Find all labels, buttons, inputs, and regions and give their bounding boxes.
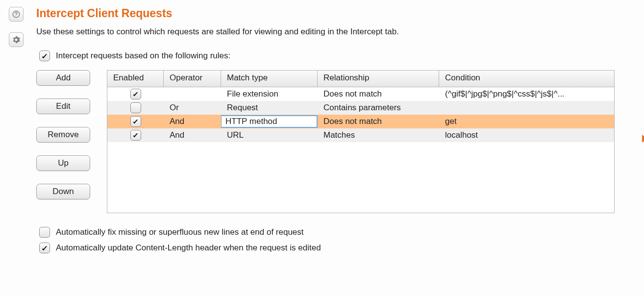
edit-button[interactable]: Edit bbox=[36, 98, 90, 114]
cell-enabled bbox=[107, 101, 164, 115]
gear-icon[interactable] bbox=[9, 32, 24, 47]
cell-condition[interactable]: get bbox=[439, 115, 614, 128]
cell-relationship[interactable]: Matches bbox=[318, 128, 439, 142]
cell-relationship[interactable]: Does not match bbox=[318, 115, 439, 128]
col-condition[interactable]: Condition bbox=[439, 71, 614, 87]
update-content-length-label: Automatically update Content-Length head… bbox=[56, 243, 321, 253]
cell-match-type[interactable]: URL bbox=[221, 128, 318, 142]
table-header: Enabled Operator Match type Relationship… bbox=[107, 71, 614, 87]
col-operator[interactable]: Operator bbox=[164, 71, 221, 87]
cell-match-type[interactable]: Request bbox=[221, 101, 318, 115]
cell-match-type[interactable]: HTTP method bbox=[221, 115, 318, 128]
cell-relationship[interactable]: Contains parameters bbox=[318, 101, 439, 115]
table-row[interactable]: File extensionDoes not match(^gif$|^jpg$… bbox=[107, 87, 614, 101]
col-match-type[interactable]: Match type bbox=[221, 71, 318, 87]
down-button[interactable]: Down bbox=[36, 184, 90, 199]
cell-operator[interactable]: Or bbox=[164, 101, 221, 115]
svg-point-1 bbox=[16, 16, 17, 17]
cell-operator[interactable] bbox=[164, 87, 221, 101]
section-description: Use these settings to control which requ… bbox=[36, 27, 634, 37]
row-enabled-checkbox[interactable] bbox=[130, 130, 141, 141]
row-enabled-checkbox[interactable] bbox=[130, 116, 141, 127]
cell-enabled bbox=[107, 87, 164, 101]
intercept-toggle-checkbox[interactable] bbox=[39, 50, 50, 61]
section-title: Intercept Client Requests bbox=[36, 7, 634, 20]
intercept-toggle-label: Intercept requests based on the followin… bbox=[56, 51, 230, 61]
add-button[interactable]: Add bbox=[36, 70, 90, 86]
cell-operator[interactable]: And bbox=[164, 128, 221, 142]
table-row[interactable]: AndHTTP methodDoes not matchget bbox=[107, 115, 614, 128]
fix-newlines-checkbox[interactable] bbox=[39, 227, 50, 238]
row-enabled-checkbox[interactable] bbox=[130, 102, 141, 113]
cell-enabled bbox=[107, 128, 164, 142]
up-button[interactable]: Up bbox=[36, 155, 90, 171]
fix-newlines-label: Automatically fix missing or superfluous… bbox=[56, 227, 304, 237]
cell-condition[interactable] bbox=[439, 101, 614, 115]
table-row[interactable]: OrRequestContains parameters bbox=[107, 101, 614, 115]
expand-arrow-icon[interactable] bbox=[642, 135, 644, 143]
cell-enabled bbox=[107, 115, 164, 128]
row-enabled-checkbox[interactable] bbox=[130, 89, 141, 99]
cell-operator[interactable]: And bbox=[164, 115, 221, 128]
update-content-length-checkbox[interactable] bbox=[39, 243, 50, 253]
cell-condition[interactable]: localhost bbox=[439, 128, 614, 142]
match-type-editor[interactable]: HTTP method bbox=[221, 115, 318, 128]
col-relationship[interactable]: Relationship bbox=[318, 71, 439, 87]
rules-table[interactable]: Enabled Operator Match type Relationship… bbox=[107, 70, 615, 213]
col-enabled[interactable]: Enabled bbox=[107, 71, 164, 87]
table-row[interactable]: AndURLMatcheslocalhost bbox=[107, 128, 614, 142]
remove-button[interactable]: Remove bbox=[36, 127, 90, 143]
cell-match-type[interactable]: File extension bbox=[221, 87, 318, 101]
cell-relationship[interactable]: Does not match bbox=[318, 87, 439, 101]
cell-condition[interactable]: (^gif$|^jpg$|^png$|^css$|^js$|^... bbox=[439, 87, 614, 101]
help-icon[interactable] bbox=[9, 7, 24, 22]
